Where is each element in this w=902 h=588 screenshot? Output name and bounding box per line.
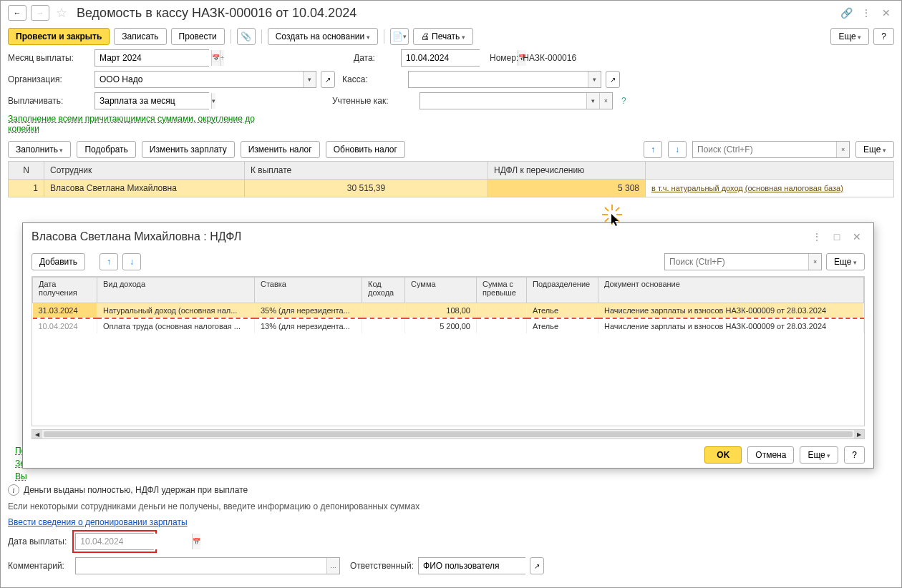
menu-icon[interactable]: ⋮ bbox=[858, 5, 874, 21]
dropdown-icon[interactable]: ▾ bbox=[586, 93, 599, 109]
modal-maximize-icon[interactable]: □ bbox=[829, 229, 845, 245]
modal-more-button[interactable]: Еще bbox=[826, 253, 865, 270]
move-up-button[interactable]: ↑ bbox=[644, 141, 662, 158]
comment-label: Комментарий: bbox=[8, 561, 71, 571]
edit-salary-button[interactable]: Изменить зарплату bbox=[142, 141, 235, 158]
forward-button[interactable]: → bbox=[31, 5, 49, 21]
more-button[interactable]: Еще bbox=[830, 28, 869, 45]
scroll-left-icon[interactable]: ◀ bbox=[32, 430, 42, 438]
open-ref-button[interactable]: ↗ bbox=[606, 71, 620, 88]
col-extra bbox=[646, 162, 894, 180]
pay-label: Выплачивать: bbox=[8, 96, 90, 106]
deposit-link[interactable]: Ввести сведения о депонировании зарплаты bbox=[1, 514, 195, 530]
cancel-button[interactable]: Отмена bbox=[747, 446, 794, 464]
help-icon[interactable]: ? bbox=[621, 96, 626, 106]
col-rate: Ставка bbox=[255, 278, 362, 303]
modal-search-input[interactable]: × bbox=[664, 253, 822, 270]
pay-date-input[interactable]: 📅 bbox=[75, 533, 154, 550]
edit-tax-button[interactable]: Изменить налог bbox=[241, 141, 320, 158]
open-ref-button[interactable]: ↗ bbox=[321, 71, 335, 88]
clear-icon[interactable]: × bbox=[808, 254, 821, 270]
partial-link[interactable]: Вы bbox=[15, 471, 27, 481]
col-doc: Документ основание bbox=[598, 278, 864, 303]
back-button[interactable]: ← bbox=[8, 5, 26, 21]
svg-line-6 bbox=[616, 207, 619, 211]
scroll-right-icon[interactable]: ▶ bbox=[854, 430, 864, 438]
modal-more2-button[interactable]: Еще bbox=[800, 446, 838, 464]
post-button[interactable]: Провести bbox=[171, 28, 225, 45]
calendar-icon[interactable]: 📅 bbox=[192, 534, 200, 549]
modal-menu-icon[interactable]: ⋮ bbox=[809, 229, 825, 245]
open-ref-button[interactable]: ↗ bbox=[530, 557, 544, 574]
search-input[interactable]: × bbox=[692, 141, 850, 158]
pick-button[interactable]: Подобрать bbox=[77, 141, 135, 158]
col-code: Код дохода bbox=[362, 278, 405, 303]
deposit-info: Если некоторыми сотрудниками деньги не п… bbox=[1, 499, 901, 514]
refresh-tax-button[interactable]: Обновить налог bbox=[326, 141, 405, 158]
pay-date-label: Дата выплаты: bbox=[8, 536, 67, 547]
month-label: Месяц выплаты: bbox=[8, 53, 90, 63]
spinner-icon[interactable]: ÷ bbox=[220, 50, 224, 66]
cell-n: 1 bbox=[9, 180, 44, 197]
rounding-link[interactable]: Заполнение всеми причитающимися суммами,… bbox=[8, 114, 280, 134]
table-row[interactable]: 1 Власова Светлана Михайловна 30 515,39 … bbox=[9, 180, 894, 197]
kassa-input[interactable]: ▾ bbox=[408, 71, 601, 88]
calendar-icon[interactable]: 📅 bbox=[211, 50, 220, 66]
natural-income-link[interactable]: в т.ч. натуральный доход (основная налог… bbox=[651, 184, 843, 192]
responsible-label: Ответственный: bbox=[350, 561, 414, 571]
clear-icon[interactable]: × bbox=[836, 142, 849, 157]
fill-button[interactable]: Заполнить bbox=[8, 141, 71, 158]
ellipsis-icon[interactable]: … bbox=[326, 558, 339, 574]
link-icon[interactable]: 🔗 bbox=[838, 5, 854, 21]
modal-title: Власова Светлана Михайловна : НДФЛ bbox=[31, 230, 241, 243]
month-input[interactable]: 📅 ÷ bbox=[94, 49, 209, 67]
col-ndfl: НДФЛ к перечислению bbox=[488, 162, 646, 180]
svg-line-4 bbox=[605, 207, 608, 211]
close-icon[interactable]: ✕ bbox=[878, 5, 894, 21]
more-button[interactable]: Еще bbox=[855, 141, 894, 158]
table-row[interactable]: 31.03.2024 Натуральный доход (основная н… bbox=[33, 303, 864, 319]
attach-button[interactable]: 📎 bbox=[237, 28, 256, 45]
separator bbox=[231, 29, 231, 44]
favorite-icon[interactable]: ☆ bbox=[54, 5, 69, 21]
dropdown-icon[interactable]: ▾ bbox=[588, 72, 601, 87]
help-button[interactable]: ? bbox=[873, 28, 894, 45]
ndfl-table: Дата получения Вид дохода Ставка Код дох… bbox=[32, 277, 864, 333]
titlebar: ← → ☆ Ведомость в кассу НАЗК-000016 от 1… bbox=[1, 1, 901, 25]
post-close-button[interactable]: Провести и закрыть bbox=[8, 28, 110, 45]
col-sum: Сумма bbox=[405, 278, 477, 303]
comment-input[interactable]: … bbox=[75, 557, 340, 574]
cursor-icon bbox=[602, 205, 631, 235]
move-up-button[interactable]: ↑ bbox=[100, 253, 118, 270]
accounted-input[interactable]: ▾ × bbox=[420, 92, 613, 109]
move-down-button[interactable]: ↓ bbox=[122, 253, 141, 270]
modal-close-icon[interactable]: ✕ bbox=[849, 229, 865, 245]
ok-button[interactable]: OK bbox=[704, 446, 742, 464]
kassa-label: Касса: bbox=[342, 74, 404, 84]
col-n: N bbox=[9, 162, 44, 180]
table-row[interactable]: 10.04.2024 Оплата труда (основная налого… bbox=[33, 318, 864, 333]
h-scrollbar[interactable]: ◀ ▶ bbox=[31, 429, 865, 439]
dropdown-icon[interactable]: ▾ bbox=[211, 93, 215, 109]
info-line: i Деньги выданы полностью, НДФЛ удержан … bbox=[1, 481, 901, 499]
print-label: Печать bbox=[432, 31, 460, 41]
date-label: Дата: bbox=[354, 53, 397, 63]
col-kind: Вид дохода bbox=[97, 278, 255, 303]
date-input[interactable]: 📅 bbox=[401, 49, 480, 67]
responsible-input[interactable]: ▾ bbox=[418, 557, 525, 574]
clear-icon[interactable]: × bbox=[599, 93, 612, 109]
pay-input[interactable]: ▾ bbox=[94, 92, 209, 109]
ndfl-modal: Власова Светлана Михайловна : НДФЛ ⋮ □ ✕… bbox=[22, 222, 874, 469]
dropdown-icon[interactable]: ▾ bbox=[303, 72, 316, 87]
print-button[interactable]: 🖨 Печать bbox=[413, 28, 473, 45]
add-button[interactable]: Добавить bbox=[31, 253, 85, 270]
col-sumex: Сумма с превыше bbox=[477, 278, 527, 303]
cell-ndfl[interactable]: 5 308 bbox=[488, 180, 646, 197]
modal-help-button[interactable]: ? bbox=[844, 446, 865, 464]
scroll-thumb[interactable] bbox=[44, 431, 853, 437]
move-down-button[interactable]: ↓ bbox=[668, 141, 687, 158]
create-based-button[interactable]: Создать на основании bbox=[268, 28, 378, 45]
save-button[interactable]: Записать bbox=[114, 28, 166, 45]
org-input[interactable]: ▾ bbox=[94, 71, 316, 88]
export-button[interactable]: 📄 bbox=[390, 28, 409, 45]
